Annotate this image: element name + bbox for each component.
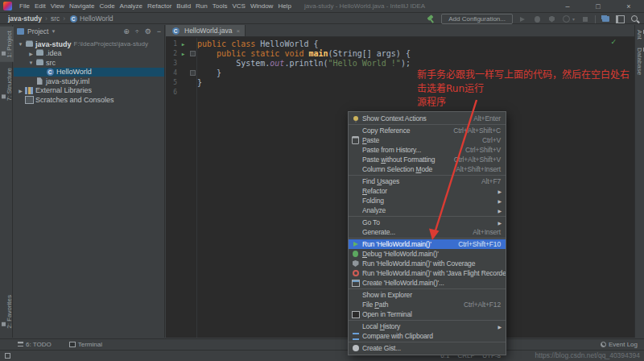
- tree-row-src[interactable]: ▼src: [14, 58, 164, 68]
- menu-help[interactable]: Help: [275, 2, 293, 10]
- menu-file[interactable]: File: [17, 2, 32, 10]
- build-hammer-icon[interactable]: [427, 15, 436, 23]
- tree-row-external-libraries[interactable]: ▶External Libraries: [14, 86, 164, 96]
- toolstrip-database[interactable]: Database: [635, 44, 644, 78]
- menu-window[interactable]: Window: [248, 2, 275, 10]
- context-menu-item-folding[interactable]: Folding▶: [349, 196, 506, 205]
- code-line-3[interactable]: 3 System.out.println("Hello World !");: [166, 58, 634, 68]
- context-menu-item-copy-reference[interactable]: Copy ReferenceCtrl+Alt+Shift+C: [349, 126, 506, 135]
- terminal-toolwindow-button[interactable]: Terminal: [69, 341, 102, 348]
- tree-row-java-study[interactable]: ▼java-studyF:\IdeaProjects\java-study: [14, 39, 164, 49]
- expanded-arrow-icon[interactable]: ▼: [17, 42, 24, 47]
- toolstrip-2-favorites[interactable]: 2: Favorites: [0, 291, 14, 333]
- profiler-icon[interactable]: [562, 15, 571, 23]
- todo-toolwindow-button[interactable]: 6: TODO: [18, 341, 52, 348]
- divider-icon[interactable]: ÷: [135, 27, 139, 35]
- run-icon[interactable]: [518, 15, 527, 23]
- context-menu-item-column-selection-mode[interactable]: Column Selection ModeAlt+Shift+Insert: [349, 164, 506, 174]
- menu-item-label: Generate...: [362, 228, 466, 236]
- folder-icon: [35, 49, 44, 58]
- context-menu-item-show-in-explorer[interactable]: Show in Explorer: [349, 290, 506, 300]
- chevron-down-icon[interactable]: ▼: [51, 29, 56, 34]
- paste-icon: [349, 136, 362, 144]
- menu-vcs[interactable]: VCS: [229, 2, 247, 10]
- tree-row-java-study-iml[interactable]: java-study.iml: [14, 77, 164, 86]
- menu-item-label: Create Gist...: [362, 344, 506, 352]
- context-menu-item-paste[interactable]: PasteCtrl+V: [349, 135, 506, 145]
- code-line-2[interactable]: 2▶ public static void main(String[] args…: [166, 48, 634, 58]
- context-menu-item-file-path[interactable]: File PathCtrl+Alt+F12: [349, 300, 506, 309]
- toolstrip-ant[interactable]: Ant: [635, 27, 644, 43]
- expanded-arrow-icon[interactable]: ▼: [27, 60, 35, 65]
- maximize-button[interactable]: □: [583, 0, 613, 13]
- profiler-dropdown-icon[interactable]: ▾: [572, 16, 575, 22]
- breadcrumb-item-helloworld[interactable]: HelloWorld: [67, 15, 114, 23]
- context-menu-item-paste-from-history[interactable]: Paste from History...Ctrl+Shift+V: [349, 145, 506, 155]
- menu-item-label: Run 'HelloWorld.main()': [362, 240, 452, 248]
- context-menu-item-paste-without-formatting[interactable]: Paste without FormattingCtrl+Alt+Shift+V: [349, 155, 506, 164]
- context-menu-item-debug-helloworld-main[interactable]: Debug 'HelloWorld.main()': [349, 249, 506, 259]
- project-structure-icon[interactable]: [601, 15, 610, 23]
- toolstrip-7-structure[interactable]: 7: Structure: [0, 64, 14, 105]
- toolstrip-1-project[interactable]: 1: Project: [0, 27, 14, 62]
- collapsed-arrow-icon[interactable]: ▶: [17, 88, 24, 93]
- fold-icon[interactable]: [188, 51, 197, 56]
- menu-build[interactable]: Build: [174, 2, 193, 10]
- context-menu-item-run-helloworld-main[interactable]: Run 'HelloWorld.main()'Ctrl+Shift+F10: [349, 239, 506, 249]
- locate-icon[interactable]: ⊕: [123, 27, 130, 35]
- menu-tools[interactable]: Tools: [210, 2, 230, 10]
- collapsed-arrow-icon[interactable]: ▶: [27, 51, 35, 56]
- context-menu-item-create-helloworld-main[interactable]: Create 'HelloWorld.main()'...: [349, 278, 506, 288]
- context-menu-item-go-to[interactable]: Go To▶: [349, 218, 506, 227]
- context-menu-item-run-helloworld-main-with-coverage[interactable]: Run 'HelloWorld.main()' with Coverage: [349, 259, 506, 268]
- menu-item-label: Analyze: [362, 206, 498, 214]
- close-tab-icon[interactable]: ×: [236, 27, 240, 35]
- menu-view[interactable]: View: [48, 2, 67, 10]
- menu-item-label: Open in Terminal: [362, 310, 506, 318]
- coverage-icon[interactable]: [547, 15, 556, 23]
- hide-icon[interactable]: −: [157, 27, 161, 35]
- context-menu-item-refactor[interactable]: Refactor▶: [349, 186, 506, 196]
- tree-row-idea[interactable]: ▶.idea: [14, 49, 164, 59]
- breadcrumb-item-java-study[interactable]: java-study: [6, 15, 43, 23]
- menu-navigate[interactable]: Navigate: [67, 2, 97, 10]
- context-menu-item-show-context-actions[interactable]: Show Context ActionsAlt+Enter: [349, 114, 506, 123]
- submenu-arrow-icon: ▶: [498, 220, 502, 226]
- code-line-1[interactable]: 1▶public class HelloWorld {: [166, 39, 634, 48]
- menu-code[interactable]: Code: [97, 2, 117, 10]
- stop-icon[interactable]: [580, 15, 589, 23]
- code-text: System.out.println("Hello World !");: [197, 59, 411, 68]
- menu-shortcut: Ctrl+V: [482, 136, 501, 144]
- minimize-button[interactable]: –: [552, 0, 583, 13]
- tree-row-helloworld[interactable]: HelloWorld: [14, 68, 164, 77]
- context-menu-item-create-gist[interactable]: Create Gist...: [349, 343, 506, 353]
- toolwindow-toggle-icon[interactable]: [5, 353, 10, 359]
- search-everywhere-icon[interactable]: [630, 15, 639, 23]
- debug-icon[interactable]: [533, 15, 542, 23]
- menu-analyze[interactable]: Analyze: [118, 2, 145, 10]
- menu-item-label: File Path: [362, 301, 457, 309]
- event-log-button[interactable]: Event Log: [601, 341, 638, 348]
- settings-icon[interactable]: ⚙: [145, 27, 151, 35]
- tree-row-scratches-and-consoles[interactable]: Scratches and Consoles: [14, 95, 164, 105]
- close-button[interactable]: ×: [613, 0, 644, 13]
- tab-helloworld-java[interactable]: HelloWorld.java ×: [166, 25, 246, 36]
- context-menu-item-find-usages[interactable]: Find UsagesAlt+F7: [349, 176, 506, 186]
- add-configuration-button[interactable]: Add Configuration...: [441, 14, 513, 24]
- menu-item-label: Column Selection Mode: [362, 165, 449, 173]
- context-menu-item-run-helloworld-main-with-java-flight-recorder[interactable]: Run 'HelloWorld.main()' with 'Java Fligh…: [349, 268, 506, 278]
- context-menu-item-compare-with-clipboard[interactable]: Compare with Clipboard: [349, 331, 506, 341]
- breadcrumb-item-src[interactable]: src: [49, 15, 61, 23]
- context-menu-item-generate[interactable]: Generate...Alt+Insert: [349, 227, 506, 237]
- run-line-icon[interactable]: ▶: [179, 51, 188, 56]
- context-menu-item-open-in-terminal[interactable]: Open in Terminal: [349, 309, 506, 319]
- layout-icon[interactable]: [616, 15, 625, 23]
- project-view-selector[interactable]: Project: [27, 27, 48, 35]
- menu-refactor[interactable]: Refactor: [145, 2, 174, 10]
- menu-run[interactable]: Run: [193, 2, 210, 10]
- menu-edit[interactable]: Edit: [32, 2, 48, 10]
- context-menu-item-local-history[interactable]: Local History▶: [349, 322, 506, 331]
- fold-icon[interactable]: [188, 70, 197, 76]
- run-line-icon[interactable]: ▶: [179, 41, 188, 47]
- context-menu-item-analyze[interactable]: Analyze▶: [349, 205, 506, 215]
